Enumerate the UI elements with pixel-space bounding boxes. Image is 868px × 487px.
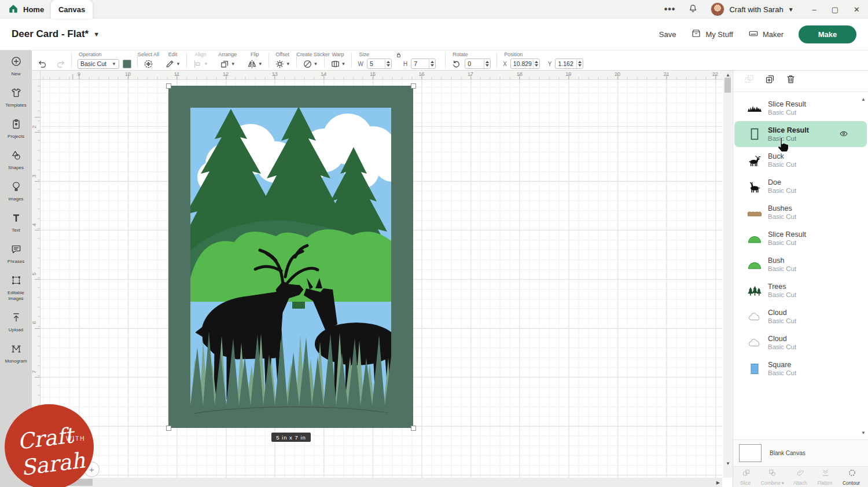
monogram-icon: [10, 343, 22, 357]
y-stepper[interactable]: [576, 59, 583, 68]
squareic-layer-icon: [747, 362, 762, 375]
layer-row-slice-result[interactable]: Slice Result Basic Cut: [734, 121, 867, 147]
v-ruler-label: 2: [32, 125, 37, 128]
edit-button[interactable]: ▼: [165, 59, 181, 69]
layer-row-cloud[interactable]: Cloud Basic Cut: [734, 303, 867, 329]
sidebar-item-text[interactable]: Text: [0, 207, 32, 238]
v-ruler-label: 6: [32, 321, 37, 324]
canvas-vertical-scrollbar[interactable]: ▲ ▼: [723, 71, 732, 478]
delete-button[interactable]: [785, 74, 796, 87]
duplicate-button[interactable]: [764, 74, 775, 87]
create-sticker-button[interactable]: ▼: [303, 59, 318, 69]
my-stuff-button[interactable]: My Stuff: [691, 28, 733, 41]
layer-row-trees[interactable]: Trees Basic Cut: [734, 277, 867, 303]
h-ruler-label: 12: [223, 71, 229, 77]
flip-button[interactable]: ▼: [247, 59, 263, 69]
sidebar-item-images[interactable]: Images: [0, 175, 32, 207]
offset-button[interactable]: ▼: [275, 59, 290, 69]
selection-handle-top-right[interactable]: [411, 83, 416, 89]
maximize-button[interactable]: ▢: [832, 5, 838, 14]
scroll-down-arrow[interactable]: ▼: [726, 461, 730, 466]
blank-canvas-row[interactable]: Blank Canvas: [733, 440, 868, 466]
align-label: Align: [187, 52, 214, 57]
layer-row-bush[interactable]: Bush Basic Cut: [734, 251, 867, 277]
save-button[interactable]: Save: [659, 30, 676, 39]
layer-row-doe[interactable]: Doe Basic Cut: [734, 173, 867, 199]
width-stepper[interactable]: [385, 59, 391, 68]
select-all-button[interactable]: [144, 59, 153, 69]
sidebar-item-projects[interactable]: Projects: [0, 113, 32, 144]
more-options-icon[interactable]: •••: [664, 4, 676, 14]
cloudic-layer-icon: [747, 336, 762, 349]
sidebar-item-templates[interactable]: Templates: [0, 82, 32, 113]
layer-row-slice-result[interactable]: Slice Result Basic Cut: [734, 225, 867, 251]
h-ruler-label: 16: [418, 71, 424, 77]
flatten-button[interactable]: Flatten: [817, 468, 833, 486]
craft-with-sarah-logo: Craft WITH Sarah: [5, 404, 94, 487]
layer-operation: Basic Cut: [768, 369, 796, 376]
minimize-button[interactable]: –: [812, 5, 816, 14]
contour-button[interactable]: Contour: [843, 468, 861, 486]
layer-row-slice-result[interactable]: Slice Result Basic Cut: [734, 95, 867, 121]
canvas-tab[interactable]: Canvas: [51, 0, 93, 19]
home-tab[interactable]: Home: [8, 0, 44, 19]
undo-button[interactable]: [38, 59, 47, 69]
new-icon: [10, 56, 22, 69]
scroll-right-arrow[interactable]: ▶: [716, 480, 720, 485]
width-input[interactable]: 5: [367, 58, 392, 69]
make-button[interactable]: Make: [799, 25, 856, 43]
rotate-button[interactable]: [451, 59, 461, 69]
x-stepper[interactable]: [533, 59, 539, 68]
sidebar-item-upload[interactable]: Upload: [0, 306, 32, 338]
rotate-stepper[interactable]: [484, 59, 490, 68]
rotate-input[interactable]: 0: [465, 58, 491, 69]
x-position-input[interactable]: 10.829: [510, 58, 540, 69]
close-button[interactable]: ✕: [854, 5, 860, 14]
vertical-scroll-thumb[interactable]: [724, 78, 731, 93]
scroll-up-arrow[interactable]: ▲: [726, 72, 730, 78]
h-ruler-label: 17: [468, 71, 473, 77]
notifications-bell-icon[interactable]: [688, 3, 698, 16]
slice-button[interactable]: Slice: [740, 468, 752, 486]
combine-button[interactable]: Combine▾: [761, 468, 784, 486]
layer-row-bushes[interactable]: Bushes Basic Cut: [734, 199, 867, 225]
selection-handle-bottom-left[interactable]: [166, 426, 171, 431]
sidebar-item-monogram[interactable]: Monogram: [0, 338, 32, 369]
group-button[interactable]: [744, 74, 755, 87]
canvas-area[interactable]: 910111213141516171819202122 12345678: [32, 71, 732, 487]
y-position-input[interactable]: 1.162: [555, 58, 583, 69]
redo-button[interactable]: [56, 59, 65, 69]
sidebar-item-shapes[interactable]: Shapes: [0, 144, 32, 175]
canvas-horizontal-scrollbar[interactable]: ◀ ▶: [32, 478, 722, 487]
align-button[interactable]: ▼: [193, 59, 208, 69]
layer-row-buck[interactable]: Buck Basic Cut: [734, 147, 867, 173]
warp-button[interactable]: ▼: [330, 59, 346, 69]
attach-button[interactable]: Attach: [793, 468, 808, 486]
layer-row-cloud[interactable]: Cloud Basic Cut: [734, 329, 867, 356]
layer-operation: Basic Cut: [768, 291, 796, 298]
h-ruler-label: 19: [565, 71, 571, 77]
sidebar-item-new[interactable]: New: [0, 50, 32, 82]
selection-handle-bottom-right[interactable]: [411, 426, 416, 431]
height-stepper[interactable]: [429, 59, 435, 68]
sidebar-item-phrases[interactable]: Phrases: [0, 238, 32, 269]
document-title[interactable]: Deer Card - Flat* ▼: [12, 28, 100, 40]
sidebar-item-editable-images[interactable]: Editable Images: [0, 269, 32, 306]
layer-row-square[interactable]: Square Basic Cut: [734, 356, 867, 382]
layer-actions-bar: Slice Combine▾ Attach Flatten Contour: [733, 466, 868, 487]
lock-icon[interactable]: [395, 50, 402, 61]
deer-card-artwork[interactable]: [168, 86, 413, 428]
arrange-button[interactable]: ▼: [220, 59, 236, 69]
maker-machine-icon: [748, 28, 759, 41]
layer-operation: Basic Cut: [768, 343, 796, 350]
selection-handle-top-left[interactable]: [166, 83, 171, 89]
contour-icon: [848, 468, 856, 479]
color-swatch[interactable]: [123, 60, 131, 68]
height-input[interactable]: 7: [411, 58, 436, 69]
operation-select[interactable]: Basic Cut▼: [78, 59, 119, 69]
h-ruler-label: 13: [272, 71, 278, 77]
maker-machine-button[interactable]: Maker: [748, 28, 784, 41]
visibility-eye-icon[interactable]: [839, 129, 848, 141]
list-scroll-down-arrow[interactable]: ▼: [861, 430, 866, 435]
account-menu[interactable]: Craft with Sarah ▼: [711, 2, 793, 16]
